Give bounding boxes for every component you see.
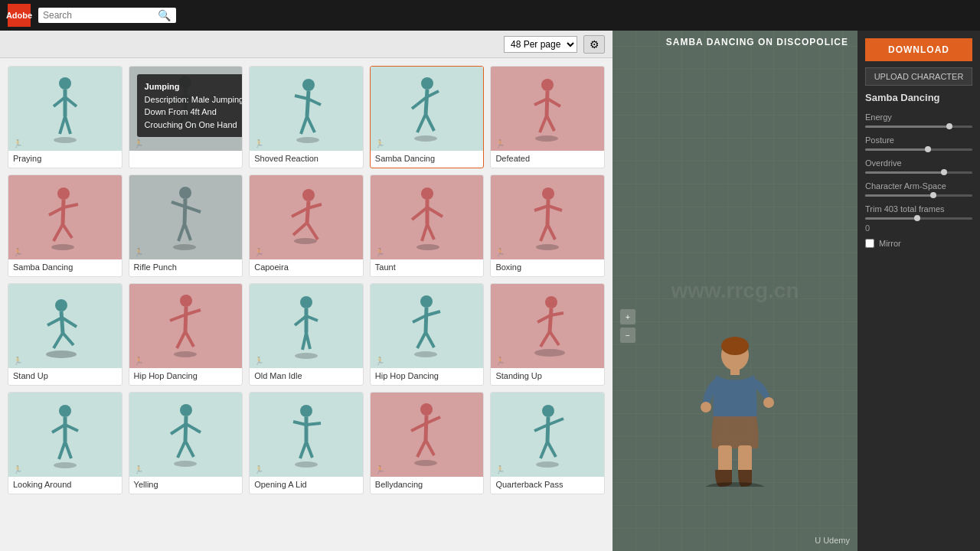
overdrive-slider[interactable] xyxy=(865,171,972,174)
anim-label: Hip Hop Dancing xyxy=(129,368,243,385)
anim-card-looking-around[interactable]: 🏃 Looking Around xyxy=(8,392,122,494)
svg-line-63 xyxy=(547,200,548,224)
viewport-title: SAMBA DANCING ON DISCOPOLICE xyxy=(666,37,848,47)
figure-samba-1 xyxy=(400,74,454,143)
svg-line-58 xyxy=(427,207,443,217)
svg-line-14 xyxy=(307,91,309,116)
trim-slider[interactable] xyxy=(865,217,972,220)
svg-line-57 xyxy=(412,207,427,220)
anim-card-samba-dancing-2[interactable]: 🏃 Samba Dancing xyxy=(8,174,122,277)
anim-card-hiphop-2[interactable]: 🏃 Hip Hop Dancing xyxy=(370,283,485,386)
svg-line-120 xyxy=(293,422,306,425)
animation-grid-scroll[interactable]: 🏃 Praying � xyxy=(0,58,612,551)
trim-fill xyxy=(865,217,919,220)
figure-rifle xyxy=(158,183,212,252)
anim-card-capoeira[interactable]: 🏃 Capoeira xyxy=(249,174,364,277)
udemy-badge: U Udemy xyxy=(815,536,850,545)
svg-point-13 xyxy=(302,79,315,91)
anim-run-icon: 🏃 xyxy=(495,139,505,148)
svg-line-78 xyxy=(170,315,186,321)
svg-line-31 xyxy=(540,116,547,132)
figure-standup xyxy=(38,292,92,360)
posture-label: Posture xyxy=(865,135,972,145)
per-page-select[interactable]: 48 Per page xyxy=(504,36,577,53)
svg-point-19 xyxy=(296,137,319,143)
svg-point-6 xyxy=(54,137,77,143)
posture-thumb[interactable] xyxy=(925,146,931,152)
armspace-slider[interactable] xyxy=(865,194,972,197)
anim-thumb: 🏃 xyxy=(250,175,363,259)
download-button[interactable]: DOWNLOAD xyxy=(865,38,972,61)
anim-card-bellydancing[interactable]: 🏃 Bellydancing xyxy=(370,392,485,494)
figure-oldman xyxy=(279,292,333,360)
svg-line-130 xyxy=(426,440,434,455)
anim-label: Shoved Reaction xyxy=(250,151,363,168)
trim-thumb[interactable] xyxy=(914,215,920,221)
svg-point-48 xyxy=(302,189,315,201)
anim-card-taunt[interactable]: 🏃 Taunt xyxy=(370,174,485,277)
svg-point-143 xyxy=(763,397,774,408)
svg-line-112 xyxy=(185,416,186,441)
anim-card-rifle-punch[interactable]: 🏃 Rifle Punch xyxy=(129,174,243,277)
anim-thumb: 🏃 xyxy=(371,67,484,151)
svg-line-98 xyxy=(550,308,551,331)
anim-card-jumping[interactable]: 🏃 Jumping Description: Male Jumping Down… xyxy=(129,66,243,168)
svg-point-132 xyxy=(542,405,554,417)
anim-card-old-man-idle[interactable]: 🏃 Old Man Idle xyxy=(249,283,364,386)
anim-label: Samba Dancing xyxy=(371,151,484,168)
svg-line-42 xyxy=(185,199,185,223)
svg-line-21 xyxy=(426,90,427,114)
upload-character-button[interactable]: UPLOAD CHARACTER xyxy=(865,67,972,86)
svg-point-69 xyxy=(55,299,67,311)
anim-run-icon: 🏃 xyxy=(13,248,22,256)
zoom-in-button[interactable]: + xyxy=(620,309,635,324)
overdrive-thumb[interactable] xyxy=(941,169,947,175)
figure-boxing xyxy=(521,183,574,252)
anim-card-stand-up[interactable]: 🏃 Stand Up xyxy=(8,283,122,386)
svg-line-24 xyxy=(417,114,426,132)
svg-line-101 xyxy=(541,331,550,347)
trim-label: Trim 403 total frames xyxy=(865,204,972,214)
svg-line-46 xyxy=(185,223,191,240)
anim-card-defeated[interactable]: 🏃 Defeated xyxy=(490,66,605,168)
mirror-checkbox[interactable] xyxy=(865,239,874,248)
zoom-out-button[interactable]: − xyxy=(620,328,635,343)
right-panel: www.rrcg.cn SAMBA DANCING ON DISCOPOLICE… xyxy=(612,31,980,551)
anim-thumb: 🏃 xyxy=(491,175,604,259)
anim-card-opening-lid[interactable]: 🏃 Opening A Lid xyxy=(249,392,364,494)
anim-thumb: 🏃 xyxy=(371,393,484,477)
anim-card-standing-up[interactable]: 🏃 Standing Up xyxy=(490,283,605,386)
settings-button[interactable]: ⚙ xyxy=(583,35,605,54)
armspace-row: Character Arm-Space xyxy=(865,181,972,198)
anim-card-hiphop-1[interactable]: 🏃 Hip Hop Dancing xyxy=(129,283,243,386)
figure-yelling xyxy=(158,400,212,469)
energy-thumb[interactable] xyxy=(946,123,952,129)
svg-point-140 xyxy=(721,337,749,355)
anim-thumb: 🏃 xyxy=(8,67,122,151)
posture-slider[interactable] xyxy=(865,148,972,151)
search-input[interactable] xyxy=(43,10,158,21)
anim-run-icon: 🏃 xyxy=(13,465,22,474)
anim-card-shoved-reaction[interactable]: 🏃 Shoved Reaction xyxy=(249,66,364,168)
energy-slider[interactable] xyxy=(865,126,972,128)
svg-line-109 xyxy=(65,442,71,458)
search-icon[interactable]: 🔍 xyxy=(158,9,171,21)
svg-line-115 xyxy=(178,441,185,458)
anim-label: Rifle Punch xyxy=(129,259,243,276)
anim-card-samba-dancing-1[interactable]: 🏃 Samba Dancing xyxy=(370,66,485,168)
anim-card-praying[interactable]: 🏃 Praying xyxy=(8,66,122,168)
svg-point-20 xyxy=(421,77,433,90)
svg-line-5 xyxy=(65,116,70,134)
anim-card-qb-pass[interactable]: 🏃 Quarterback Pass xyxy=(490,392,605,494)
anim-run-icon: 🏃 xyxy=(254,465,263,474)
anim-run-icon: 🏃 xyxy=(134,139,143,148)
svg-line-137 xyxy=(547,442,556,457)
anim-card-boxing[interactable]: 🏃 Boxing xyxy=(490,174,605,277)
anim-run-icon: 🏃 xyxy=(134,248,143,256)
armspace-thumb[interactable] xyxy=(930,192,936,198)
svg-line-126 xyxy=(426,416,426,440)
anim-card-yelling[interactable]: 🏃 Yelling xyxy=(129,392,243,494)
svg-rect-141 xyxy=(730,367,740,375)
svg-point-124 xyxy=(295,461,318,468)
svg-line-35 xyxy=(63,200,64,224)
